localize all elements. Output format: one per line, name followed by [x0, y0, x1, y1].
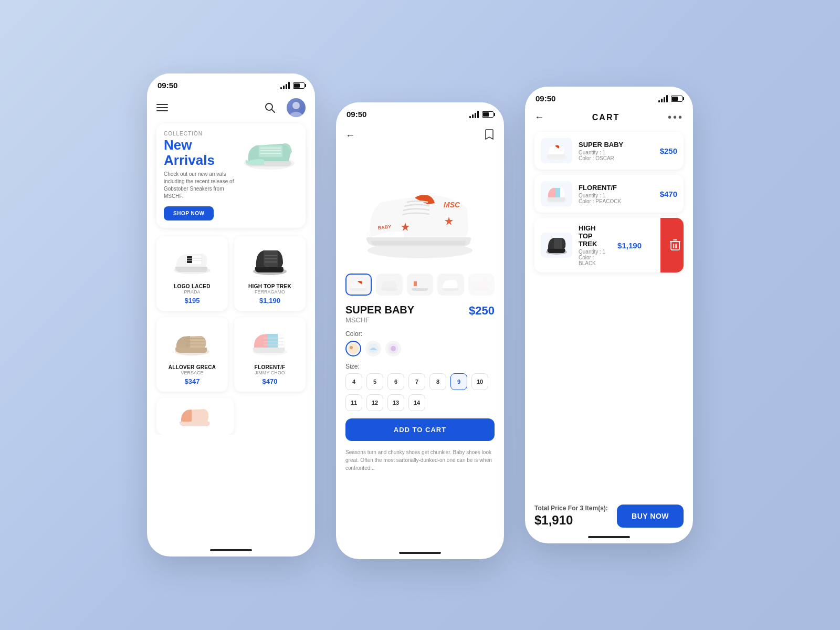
- svg-rect-5: [259, 145, 282, 157]
- size-13[interactable]: 13: [387, 394, 404, 411]
- time-2: 09:50: [346, 110, 366, 119]
- add-to-cart-button[interactable]: ADD TO CART: [345, 418, 495, 441]
- color-option-3[interactable]: [385, 341, 401, 356]
- product-image-florent: [240, 323, 299, 360]
- size-5[interactable]: 5: [366, 373, 383, 390]
- buy-now-button[interactable]: BUY NOW: [617, 505, 684, 528]
- size-label: Size:: [345, 363, 495, 370]
- size-grid: 4 5 6 7 8 9 10 11 12 13 14: [345, 373, 495, 411]
- svg-point-32: [350, 346, 353, 349]
- color-option-2[interactable]: [365, 341, 381, 356]
- size-7[interactable]: 7: [408, 373, 425, 390]
- product-name-florent: FLORENT/F: [240, 364, 299, 370]
- svg-point-31: [348, 343, 359, 354]
- thumbnail-2[interactable]: [376, 274, 402, 296]
- product-title-block: SUPER BABY MSCHF: [345, 304, 414, 324]
- thumbnail-5[interactable]: [468, 274, 495, 296]
- hero-text-block: COLLECTION NewArrivals Check out our new…: [164, 131, 240, 220]
- product-image-logo-laced: [163, 243, 222, 279]
- size-12[interactable]: 12: [366, 394, 383, 411]
- status-icons-2: [469, 111, 494, 118]
- scroll-indicator-2: [399, 552, 441, 554]
- size-4[interactable]: 4: [345, 373, 362, 390]
- delete-item-button[interactable]: [660, 218, 684, 272]
- cart-item-qty-high-top-trek: Quantity : 1: [579, 249, 611, 255]
- product-card-high-top[interactable]: HIGH TOP TREK FERRAGAMO $1,190: [234, 236, 306, 311]
- avatar[interactable]: [287, 98, 306, 117]
- hero-shoe-image: [240, 131, 298, 173]
- cart-item-qty-super-baby: Quantity : 1: [579, 150, 654, 155]
- svg-point-35: [391, 346, 396, 351]
- product-card-florent[interactable]: FLORENT/F JIMMY CHOO $470: [234, 317, 306, 392]
- status-bar-1: 09:50: [147, 74, 315, 94]
- cart-item-color-super-baby: Color : OSCAR: [579, 155, 654, 161]
- time-1: 09:50: [158, 81, 177, 90]
- size-section: Size: 4 5 6 7 8 9 10 11 12 13 14: [345, 363, 495, 411]
- product-detail-name: SUPER BABY: [345, 304, 414, 316]
- cart-back-button[interactable]: ←: [534, 112, 544, 123]
- product-info: SUPER BABY MSCHF $250: [345, 304, 495, 324]
- color-option-1[interactable]: [345, 341, 361, 356]
- total-label: Total Price For 3 Item(s):: [534, 505, 608, 512]
- product-card-logo-laced[interactable]: LOGO LACED PRADA $195: [156, 236, 228, 311]
- cart-item-price-high-top-trek: $1,190: [617, 241, 642, 250]
- product-grid: LOGO LACED PRADA $195 H: [156, 236, 306, 392]
- product-name-high-top: HIGH TOP TREK: [240, 284, 299, 289]
- scroll-indicator-3: [588, 536, 630, 538]
- size-14[interactable]: 14: [408, 394, 425, 411]
- size-8[interactable]: 8: [429, 373, 446, 390]
- color-label: Color:: [345, 330, 495, 338]
- size-9[interactable]: 9: [450, 373, 467, 390]
- total-price: $1,910: [534, 513, 608, 528]
- size-10[interactable]: 10: [471, 373, 488, 390]
- partial-card: [156, 398, 234, 435]
- size-6[interactable]: 6: [387, 373, 404, 390]
- size-11[interactable]: 11: [345, 394, 362, 411]
- status-icons-3: [658, 95, 682, 102]
- cart-title: CART: [592, 113, 620, 122]
- product-price-florent: $470: [240, 377, 299, 385]
- cart-item-name-florent: FLORENT/F: [579, 184, 654, 192]
- hero-title: NewArrivals: [164, 138, 240, 167]
- more-options-button[interactable]: •••: [668, 111, 684, 123]
- battery-icon-2: [482, 111, 494, 118]
- bookmark-button[interactable]: [484, 129, 495, 143]
- nav-actions: [260, 98, 306, 117]
- product-brand-logo-laced: PRADA: [163, 289, 222, 295]
- cart-item-color-florent: Color : PEACOCK: [579, 198, 654, 204]
- total-block: Total Price For 3 Item(s): $1,910: [534, 505, 608, 528]
- product-detail-price: $250: [469, 304, 495, 318]
- phone-product-detail: 09:50 ←: [336, 102, 504, 559]
- cart-header: ← CART •••: [534, 107, 684, 132]
- phone-home-screen: 09:50: [147, 74, 315, 556]
- product-name-allover-greca: ALLOVER GRECA: [163, 364, 222, 370]
- thumbnail-3[interactable]: [407, 274, 433, 296]
- cart-item-info-florent: FLORENT/F Quantity : 1 Color : PEACOCK: [579, 184, 654, 204]
- scroll-indicator-1: [210, 549, 252, 551]
- cart-item-qty-florent: Quantity : 1: [579, 193, 654, 198]
- cart-item-high-top-trek: HIGH TOP TREK Quantity : 1 Color : BLACK…: [534, 218, 684, 272]
- product-card-allover-greca[interactable]: ALLOVER GRECA VERSACE $347: [156, 317, 228, 392]
- status-bar-3: 09:50: [525, 87, 693, 107]
- svg-point-3: [290, 112, 302, 117]
- menu-icon[interactable]: [156, 104, 168, 111]
- cart-item-image-florent: [541, 181, 572, 206]
- cart-item-info-super-baby: SUPER BABY Quantity : 1 Color : OSCAR: [579, 141, 654, 161]
- product-detail-content: ←: [336, 123, 504, 472]
- status-icons-1: [280, 82, 304, 89]
- product-price-high-top: $1,190: [240, 297, 299, 304]
- back-button[interactable]: ←: [345, 126, 355, 145]
- detail-header: ←: [345, 123, 495, 151]
- hero-banner: COLLECTION NewArrivals Check out our new…: [156, 123, 306, 228]
- search-button[interactable]: [260, 98, 279, 117]
- product-brand-florent: JIMMY CHOO: [240, 370, 299, 375]
- cart-item-name-super-baby: SUPER BABY: [579, 141, 654, 149]
- signal-icon-1: [280, 82, 290, 89]
- shop-now-button[interactable]: SHOP NOW: [164, 206, 214, 220]
- thumbnail-1[interactable]: [345, 274, 372, 296]
- signal-icon-2: [469, 111, 479, 118]
- hero-subtitle: Check out our new arrivals including the…: [164, 171, 240, 200]
- color-options: [345, 341, 495, 356]
- cart-item-color-high-top-trek: Color : BLACK: [579, 255, 611, 266]
- thumbnail-4[interactable]: [437, 274, 464, 296]
